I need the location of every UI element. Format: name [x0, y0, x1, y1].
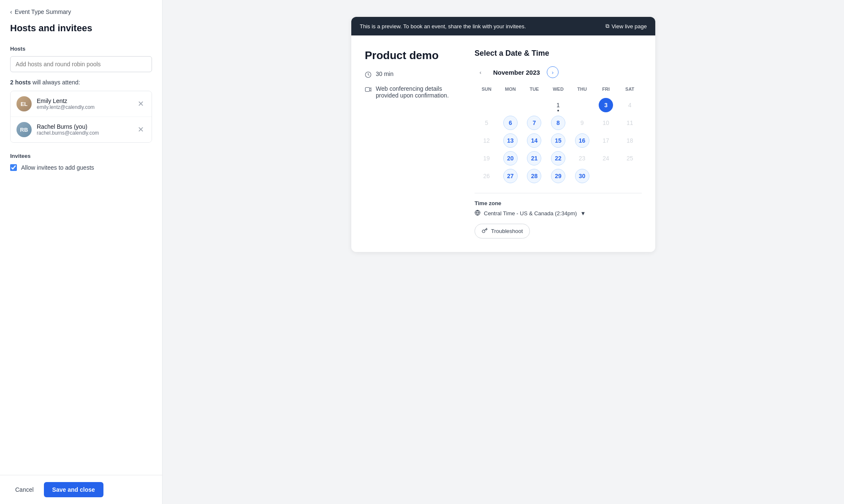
host-name-emily: Emily Lentz: [37, 98, 136, 104]
timezone-row[interactable]: Central Time - US & Canada (2:34pm) ▼: [475, 210, 642, 217]
day-wed: WED: [546, 85, 570, 93]
calendar-day-8[interactable]: 8: [551, 116, 565, 130]
calendar-day-19: 19: [479, 151, 494, 165]
day-mon: MON: [499, 85, 523, 93]
day-sat: SAT: [618, 85, 642, 93]
banner-text: This is a preview. To book an event, sha…: [360, 23, 526, 30]
calendar-day-6[interactable]: 6: [503, 116, 518, 130]
calendar-day-15[interactable]: 15: [551, 133, 565, 148]
preview-card: This is a preview. To book an event, sha…: [351, 17, 655, 252]
save-close-button[interactable]: Save and close: [44, 482, 103, 497]
calendar-day-25: 25: [623, 151, 637, 165]
invitees-section: Invitees Allow invitees to add guests: [10, 153, 152, 171]
left-panel: ‹ Event Type Summary Hosts and invitees …: [0, 0, 163, 504]
timezone-value: Central Time - US & Canada (2:34pm): [484, 210, 577, 217]
view-live-link[interactable]: ⧉ View live page: [605, 23, 647, 30]
calendar-day-17: 17: [599, 133, 613, 148]
allow-guests-row: Allow invitees to add guests: [10, 164, 152, 171]
calendar-cell: 1: [546, 97, 570, 114]
calendar-day-24: 24: [599, 151, 613, 165]
view-live-label: View live page: [611, 23, 647, 30]
day-sun: SUN: [475, 85, 499, 93]
calendar-cell: 11: [618, 114, 642, 131]
calendar-cell[interactable]: 15: [546, 132, 570, 149]
host-list: EL Emily Lentz emily.lentz@calendly.com …: [10, 91, 152, 143]
calendar-cell: 5: [475, 114, 499, 131]
calendar-day-16[interactable]: 16: [575, 133, 589, 148]
duration-row: 30 min: [365, 70, 458, 79]
cancel-button[interactable]: Cancel: [10, 483, 39, 496]
left-panel-footer: Cancel Save and close: [0, 475, 162, 504]
right-panel: This is a preview. To book an event, sha…: [163, 0, 844, 504]
calendar-grid: SUN MON TUE WED THU FRI SAT 134567891011…: [475, 85, 642, 184]
select-date-title: Select a Date & Time: [475, 49, 642, 58]
calendar-cell: 18: [618, 132, 642, 149]
calendar-section: Select a Date & Time ‹ November 2023 › S…: [475, 49, 642, 238]
troubleshoot-button[interactable]: Troubleshoot: [475, 224, 530, 238]
calendar-cell[interactable]: 13: [499, 132, 523, 149]
calendar-day-14[interactable]: 14: [527, 133, 541, 148]
calendar-cell: 24: [594, 150, 618, 167]
host-item-rachel: RB Rachel Burns (you) rachel.burns@calen…: [11, 117, 152, 142]
host-item-emily: EL Emily Lentz emily.lentz@calendly.com …: [11, 91, 152, 117]
calendar-cell: 23: [570, 150, 594, 167]
day-fri: FRI: [594, 85, 618, 93]
timezone-section: Time zone Central Time - US & Canada (2:…: [475, 193, 642, 217]
calendar-day-12: 12: [479, 133, 494, 148]
calendar-cell[interactable]: 29: [546, 168, 570, 184]
calendar-cell: [499, 97, 523, 114]
calendar-cell[interactable]: 21: [522, 150, 546, 167]
calendar-cell[interactable]: 8: [546, 114, 570, 131]
calendar-day-7[interactable]: 7: [527, 116, 541, 130]
calendar-cell: 19: [475, 150, 499, 167]
calendar-day-3[interactable]: 3: [599, 98, 613, 112]
calendar-day-9: 9: [575, 116, 589, 130]
calendar-cell: 10: [594, 114, 618, 131]
calendar-cell[interactable]: 6: [499, 114, 523, 131]
page-title: Hosts and invitees: [10, 23, 152, 34]
allow-guests-label: Allow invitees to add guests: [21, 164, 94, 171]
host-email-rachel: rachel.burns@calendly.com: [37, 130, 136, 136]
allow-guests-checkbox[interactable]: [10, 164, 17, 171]
hosts-input[interactable]: [10, 56, 152, 72]
invitees-section-label: Invitees: [10, 153, 152, 159]
calendar-cell[interactable]: 3: [594, 97, 618, 114]
calendar-cell: 17: [594, 132, 618, 149]
calendar-day-26: 26: [479, 169, 494, 183]
calendar-day-18: 18: [623, 133, 637, 148]
calendar-cell[interactable]: 20: [499, 150, 523, 167]
calendar-day-11: 11: [623, 116, 637, 130]
event-title: Product demo: [365, 49, 458, 62]
calendar-cell: [618, 168, 642, 184]
calendar-cell[interactable]: 14: [522, 132, 546, 149]
remove-rachel-button[interactable]: ✕: [136, 123, 146, 136]
calendar-cell[interactable]: 30: [570, 168, 594, 184]
remove-emily-button[interactable]: ✕: [136, 98, 146, 110]
calendar-body: 1345678910111213141516171819202122232425…: [475, 97, 642, 184]
calendar-cell: 4: [618, 97, 642, 114]
calendar-cell: 25: [618, 150, 642, 167]
calendar-day-30[interactable]: 30: [575, 169, 589, 183]
calendar-cell[interactable]: 27: [499, 168, 523, 184]
calendar-cell[interactable]: 7: [522, 114, 546, 131]
next-month-button[interactable]: ›: [547, 66, 559, 78]
back-link[interactable]: ‹ Event Type Summary: [10, 8, 152, 15]
calendar-cell: [475, 97, 499, 114]
calendar-day-21[interactable]: 21: [527, 151, 541, 165]
calendar-cell[interactable]: 22: [546, 150, 570, 167]
calendar-cell[interactable]: 28: [522, 168, 546, 184]
prev-month-button[interactable]: ‹: [475, 66, 486, 78]
calendar-day-29[interactable]: 29: [551, 169, 565, 183]
calendar-day-20[interactable]: 20: [503, 151, 518, 165]
day-thu: THU: [570, 85, 594, 93]
calendar-day-10: 10: [599, 116, 613, 130]
calendar-cell: 12: [475, 132, 499, 149]
svg-rect-1: [365, 87, 369, 91]
calendar-day-28[interactable]: 28: [527, 169, 541, 183]
host-email-emily: emily.lentz@calendly.com: [37, 104, 136, 110]
calendar-day-22[interactable]: 22: [551, 151, 565, 165]
calendar-cell[interactable]: 16: [570, 132, 594, 149]
preview-banner: This is a preview. To book an event, sha…: [351, 17, 655, 35]
calendar-day-27[interactable]: 27: [503, 169, 518, 183]
calendar-day-13[interactable]: 13: [503, 133, 518, 148]
